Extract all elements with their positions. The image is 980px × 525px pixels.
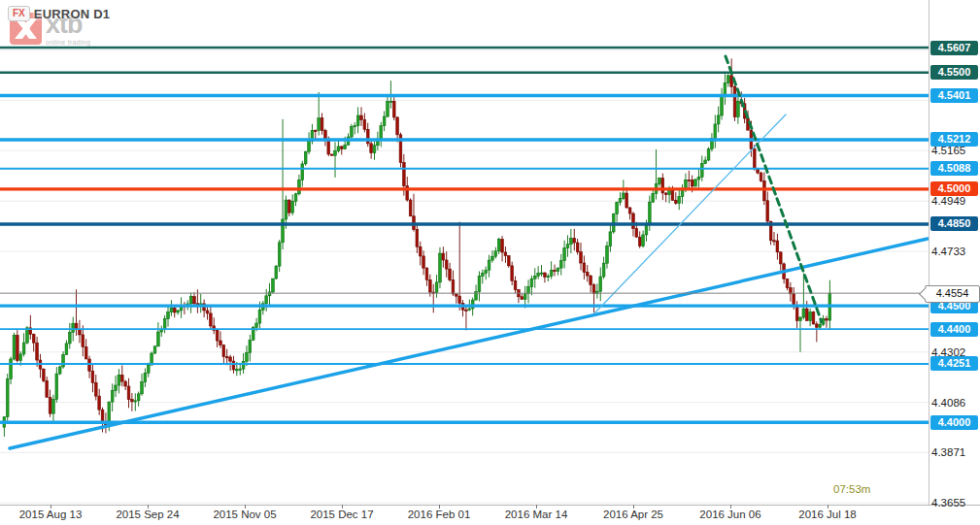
date-label: 2016 Apr 25 bbox=[603, 509, 663, 520]
price-level-badge: 4.5212 bbox=[930, 132, 978, 147]
price-level-badge: 4.4000 bbox=[930, 415, 978, 430]
date-label: 2015 Sep 24 bbox=[116, 509, 179, 520]
chart-window: 4.51654.49494.47334.43024.40864.38714.36… bbox=[0, 0, 980, 525]
date-label: 2016 Feb 01 bbox=[408, 509, 471, 520]
price-level-badge: 4.4400 bbox=[930, 322, 978, 337]
symbol-header: FX EURRON D1 bbox=[8, 6, 110, 21]
date-label: 2016 Jun 06 bbox=[699, 509, 760, 520]
candlestick-chart[interactable] bbox=[0, 0, 980, 525]
trendlines[interactable] bbox=[10, 56, 928, 448]
gridlines bbox=[0, 49, 929, 503]
price-scale-label: 4.4733 bbox=[931, 245, 980, 258]
price-scale-label: 4.3655 bbox=[931, 496, 980, 509]
price-level-badge: 4.5000 bbox=[930, 181, 978, 196]
date-label: 2015 Aug 13 bbox=[19, 509, 83, 520]
fx-market-badge: FX bbox=[8, 6, 30, 21]
current-price-tag: 4.4554 bbox=[925, 285, 980, 303]
long-ascending-trendline[interactable] bbox=[10, 239, 928, 448]
xtb-tagline: online trading bbox=[46, 39, 90, 46]
price-level-badge: 4.5500 bbox=[930, 65, 978, 80]
price-level-badge: 4.4251 bbox=[930, 356, 978, 371]
price-level-badge: 4.5401 bbox=[930, 88, 978, 103]
symbol-timeframe-label: EURRON D1 bbox=[34, 7, 110, 21]
date-label: 2015 Dec 17 bbox=[310, 509, 373, 520]
price-scale-label: 4.4086 bbox=[931, 396, 980, 410]
price-level-badge: 4.4850 bbox=[930, 216, 978, 231]
date-label: 2016 Jul 18 bbox=[798, 509, 856, 520]
price-level-badge: 4.5088 bbox=[930, 161, 978, 176]
date-label: 2016 Mar 14 bbox=[505, 509, 568, 520]
price-scale-label: 4.3871 bbox=[931, 445, 980, 459]
candles bbox=[3, 58, 831, 437]
price-level-badge: 4.5607 bbox=[930, 41, 978, 55]
date-label: 2015 Nov 05 bbox=[213, 509, 276, 520]
candle-countdown-timer: 07:53m bbox=[833, 483, 870, 495]
price-scale-label: 4.4949 bbox=[931, 194, 980, 208]
